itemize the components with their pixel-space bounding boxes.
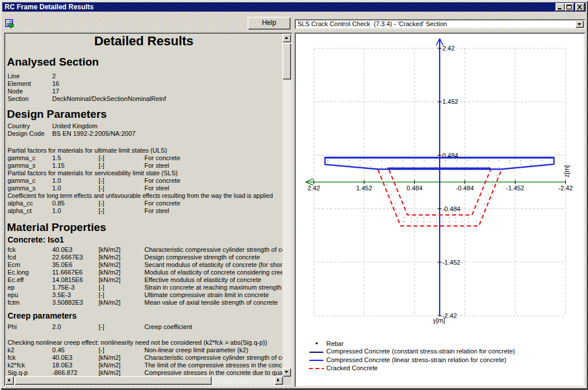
svg-text:y[m]: y[m] [433,317,445,324]
svg-text:Compressed Concrete (linear st: Compressed Concrete (linear stress-strai… [326,356,507,363]
svg-text:1.452: 1.452 [356,185,372,192]
svg-text:-0.484: -0.484 [442,205,460,212]
svg-text:-2.42: -2.42 [558,185,573,192]
svg-text:-1.452: -1.452 [442,259,460,266]
svg-text:2.42: 2.42 [442,45,455,52]
svg-text:1.452: 1.452 [442,98,459,105]
svg-text:Compressed Concrete (constant: Compressed Concrete (constant stress-str… [326,348,515,355]
svg-text:2.42: 2.42 [307,185,320,192]
svg-text:Rebar: Rebar [326,340,344,347]
svg-text:0.484: 0.484 [406,185,423,192]
svg-text:Cracked Concrete: Cracked Concrete [326,364,378,371]
svg-text:-0.484: -0.484 [456,185,474,192]
svg-text:z[m]: z[m] [563,165,570,178]
svg-text:-1.452: -1.452 [506,185,524,192]
